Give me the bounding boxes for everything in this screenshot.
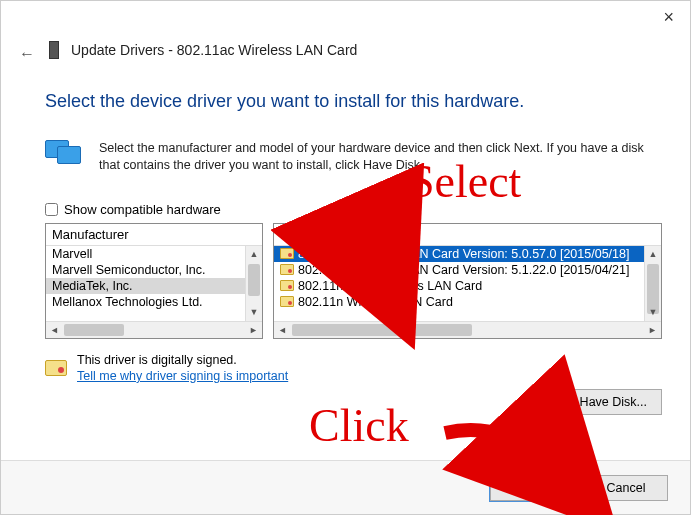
model-items: 802.11ac Wireless LAN Card Version: 5.0.… <box>274 246 644 321</box>
manufacturer-list[interactable]: Manufacturer Marvell Marvell Semiconduct… <box>45 223 263 339</box>
list-item[interactable]: Marvell <box>46 246 245 262</box>
instruction-text: Select the manufacturer and model of you… <box>99 140 662 174</box>
show-compatible-label: Show compatible hardware <box>64 202 221 217</box>
certificate-icon <box>280 248 294 259</box>
scroll-left-icon[interactable]: ◄ <box>274 322 291 338</box>
scroll-down-icon[interactable]: ▼ <box>246 304 262 321</box>
monitors-icon <box>45 140 85 172</box>
signature-status: This driver is digitally signed. <box>77 353 288 367</box>
scroll-thumb[interactable] <box>292 324 472 336</box>
scroll-left-icon[interactable]: ◄ <box>46 322 63 338</box>
close-icon[interactable]: × <box>663 7 674 28</box>
scroll-up-icon[interactable]: ▲ <box>645 246 661 263</box>
page-heading: Select the device driver you want to ins… <box>45 91 662 112</box>
scroll-thumb[interactable] <box>64 324 124 336</box>
scroll-thumb[interactable] <box>248 264 260 296</box>
list-item[interactable]: MediaTek, Inc. <box>46 278 245 294</box>
certificate-icon <box>280 296 294 307</box>
signature-row: This driver is digitally signed. Tell me… <box>45 353 662 383</box>
scroll-right-icon[interactable]: ► <box>245 322 262 338</box>
show-compatible-input[interactable] <box>45 203 58 216</box>
annotation-click: Click <box>309 399 409 452</box>
manufacturer-header: Manufacturer <box>46 224 262 246</box>
model-list[interactable]: Model 802.11ac Wireless LAN Card Version… <box>273 223 662 339</box>
scroll-right-icon[interactable]: ► <box>644 322 661 338</box>
window-title: Update Drivers - 802.11ac Wireless LAN C… <box>71 42 357 58</box>
window-header: Update Drivers - 802.11ac Wireless LAN C… <box>49 41 670 59</box>
scroll-up-icon[interactable]: ▲ <box>246 246 262 263</box>
list-item-label: 802.11n Wireless LAN Card <box>298 295 453 309</box>
list-item-label: 802.11n USB Wireless LAN Card <box>298 279 482 293</box>
driver-lists: Manufacturer Marvell Marvell Semiconduct… <box>45 223 662 339</box>
have-disk-button[interactable]: Have Disk... <box>565 389 662 415</box>
update-drivers-window: × ← Update Drivers - 802.11ac Wireless L… <box>0 0 691 515</box>
model-header: Model <box>274 224 661 246</box>
list-item[interactable]: 802.11ac Wireless LAN Card Version: 5.0.… <box>274 246 644 262</box>
list-item[interactable]: 802.11n USB Wireless LAN Card <box>274 278 644 294</box>
list-item[interactable]: Marvell Semiconductor, Inc. <box>46 262 245 278</box>
list-item-label: 802.11ac Wireless LAN Card Version: 5.0.… <box>298 247 629 261</box>
scrollbar-vertical[interactable]: ▲ ▼ <box>245 246 262 321</box>
instruction-row: Select the manufacturer and model of you… <box>45 140 662 174</box>
list-item[interactable]: 802.11ac Wireless LAN Card Version: 5.1.… <box>274 262 644 278</box>
list-item[interactable]: Mellanox Technologies Ltd. <box>46 294 245 310</box>
next-button[interactable]: Next <box>490 475 574 501</box>
scrollbar-vertical[interactable]: ▲ ▼ <box>644 246 661 321</box>
main-panel: Select the device driver you want to ins… <box>45 91 662 383</box>
scrollbar-horizontal[interactable]: ◄ ► <box>274 321 661 338</box>
scrollbar-horizontal[interactable]: ◄ ► <box>46 321 262 338</box>
certificate-icon <box>280 264 294 275</box>
back-icon[interactable]: ← <box>19 45 35 63</box>
certificate-icon <box>45 360 67 376</box>
footer-bar: Next Cancel <box>1 460 690 514</box>
signature-help-link[interactable]: Tell me why driver signing is important <box>77 369 288 383</box>
device-icon <box>49 41 59 59</box>
manufacturer-items: Marvell Marvell Semiconductor, Inc. Medi… <box>46 246 245 321</box>
list-item-label: 802.11ac Wireless LAN Card Version: 5.1.… <box>298 263 629 277</box>
certificate-icon <box>280 280 294 291</box>
show-compatible-checkbox[interactable]: Show compatible hardware <box>45 202 662 217</box>
scroll-down-icon[interactable]: ▼ <box>645 304 661 321</box>
cancel-button[interactable]: Cancel <box>584 475 668 501</box>
list-item[interactable]: 802.11n Wireless LAN Card <box>274 294 644 310</box>
